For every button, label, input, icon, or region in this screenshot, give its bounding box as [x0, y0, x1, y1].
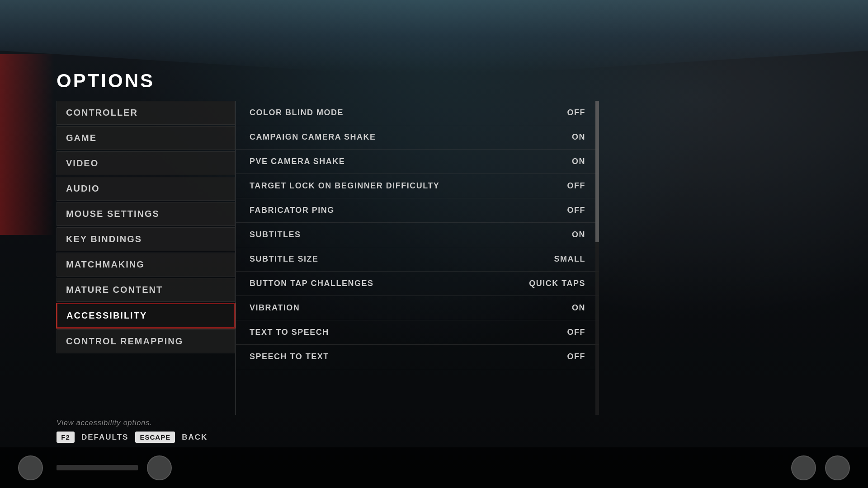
setting-value-6: SMALL	[554, 254, 586, 264]
key-label-0: DEFAULTS	[81, 433, 128, 442]
setting-row-3[interactable]: TARGET LOCK ON BEGINNER DIFFICULTYOFF	[236, 174, 599, 198]
setting-name-4: FABRICATOR PING	[250, 206, 335, 215]
setting-name-10: SPEECH TO TEXT	[250, 352, 329, 361]
sidebar-item-label-game: GAME	[66, 133, 97, 143]
setting-name-7: BUTTON TAP CHALLENGES	[250, 279, 374, 288]
key-badge-0: F2	[57, 432, 75, 443]
scrollbar-track[interactable]	[595, 101, 599, 415]
setting-value-0: OFF	[567, 108, 586, 117]
setting-row-1[interactable]: CAMPAIGN CAMERA SHAKEON	[236, 125, 599, 150]
sidebar-item-label-audio: AUDIO	[66, 183, 99, 194]
sidebar-item-label-matchmaking: MATCHMAKING	[66, 259, 145, 270]
setting-value-3: OFF	[567, 181, 586, 191]
sidebar-item-key-bindings[interactable]: KEY BINDINGS	[57, 227, 235, 251]
setting-value-1: ON	[572, 132, 585, 142]
sidebar-item-matchmaking[interactable]: MATCHMAKING	[57, 253, 235, 277]
hud-circle-2	[147, 455, 172, 480]
content-area: CONTROLLERGAMEVIDEOAUDIOMOUSE SETTINGSKE…	[57, 101, 599, 415]
sidebar-item-label-key-bindings: KEY BINDINGS	[66, 234, 142, 244]
setting-value-10: OFF	[567, 352, 586, 361]
setting-name-2: PVE CAMERA SHAKE	[250, 157, 345, 166]
key-badge-1: ESCAPE	[135, 432, 175, 443]
sidebar: CONTROLLERGAMEVIDEOAUDIOMOUSE SETTINGSKE…	[57, 101, 235, 415]
setting-row-2[interactable]: PVE CAMERA SHAKEON	[236, 150, 599, 174]
setting-row-5[interactable]: SUBTITLESON	[236, 223, 599, 247]
sidebar-item-control-remapping[interactable]: CONTROL REMAPPING	[57, 329, 235, 353]
sidebar-item-audio[interactable]: AUDIO	[57, 177, 235, 201]
setting-name-6: SUBTITLE SIZE	[250, 254, 319, 264]
sidebar-item-label-video: VIDEO	[66, 158, 99, 169]
scrollbar-thumb[interactable]	[595, 101, 599, 242]
hud-circle-3	[791, 455, 816, 480]
sidebar-item-label-controller: CONTROLLER	[66, 108, 138, 118]
sidebar-item-video[interactable]: VIDEO	[57, 151, 235, 175]
bottom-controls: View accessibility options. F2DEFAULTSES…	[57, 419, 208, 443]
setting-name-8: VIBRATION	[250, 303, 300, 313]
sidebar-item-mouse-settings[interactable]: MOUSE SETTINGS	[57, 202, 235, 226]
setting-row-8[interactable]: VIBRATIONON	[236, 296, 599, 320]
right-panel: COLOR BLIND MODEOFFCAMPAIGN CAMERA SHAKE…	[235, 101, 599, 415]
hud-circle-1	[18, 455, 43, 480]
page-title: OPTIONS	[57, 70, 599, 92]
bottom-hud	[0, 447, 868, 488]
sidebar-item-accessibility[interactable]: ACCESSIBILITY	[57, 303, 235, 328]
setting-name-1: CAMPAIGN CAMERA SHAKE	[250, 132, 376, 142]
sidebar-item-label-mature-content: MATURE CONTENT	[66, 285, 163, 295]
setting-row-9[interactable]: TEXT TO SPEECHOFF	[236, 320, 599, 345]
setting-row-4[interactable]: FABRICATOR PINGOFF	[236, 198, 599, 223]
hud-circle-4	[825, 455, 850, 480]
hud-bar-1	[57, 465, 138, 470]
setting-value-2: ON	[572, 157, 585, 166]
setting-value-7: QUICK TAPS	[529, 279, 585, 288]
hint-text: View accessibility options.	[57, 419, 208, 427]
key-label-1: BACK	[182, 433, 208, 442]
sidebar-item-label-control-remapping: CONTROL REMAPPING	[66, 336, 183, 347]
setting-value-5: ON	[572, 230, 585, 239]
setting-row-10[interactable]: SPEECH TO TEXTOFF	[236, 345, 599, 369]
hud-right	[791, 455, 850, 480]
setting-name-5: SUBTITLES	[250, 230, 301, 239]
main-panel: OPTIONS CONTROLLERGAMEVIDEOAUDIOMOUSE SE…	[57, 70, 599, 443]
settings-list: COLOR BLIND MODEOFFCAMPAIGN CAMERA SHAKE…	[236, 101, 599, 369]
setting-row-6[interactable]: SUBTITLE SIZESMALL	[236, 247, 599, 272]
setting-name-3: TARGET LOCK ON BEGINNER DIFFICULTY	[250, 181, 439, 191]
setting-name-9: TEXT TO SPEECH	[250, 328, 329, 337]
bg-red-element	[0, 54, 54, 235]
setting-name-0: COLOR BLIND MODE	[250, 108, 344, 117]
sidebar-item-label-accessibility: ACCESSIBILITY	[66, 310, 147, 321]
sidebar-item-mature-content[interactable]: MATURE CONTENT	[57, 278, 235, 302]
setting-value-4: OFF	[567, 206, 586, 215]
sidebar-item-label-mouse-settings: MOUSE SETTINGS	[66, 209, 160, 219]
setting-row-0[interactable]: COLOR BLIND MODEOFF	[236, 101, 599, 125]
sidebar-item-game[interactable]: GAME	[57, 126, 235, 150]
key-bindings-bar: F2DEFAULTSESCAPEBACK	[57, 432, 208, 443]
setting-value-8: ON	[572, 303, 585, 313]
sidebar-item-controller[interactable]: CONTROLLER	[57, 101, 235, 125]
setting-row-7[interactable]: BUTTON TAP CHALLENGESQUICK TAPS	[236, 272, 599, 296]
setting-value-9: OFF	[567, 328, 586, 337]
